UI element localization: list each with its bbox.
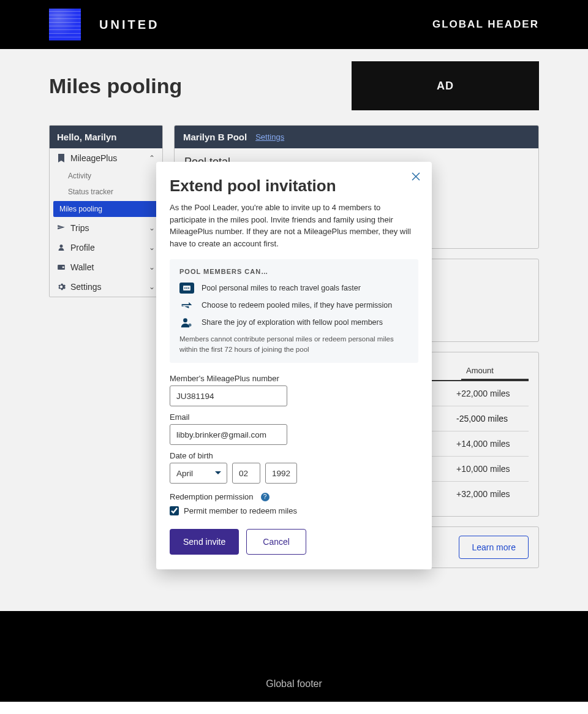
benefit-text: Share the joy of exploration with fellow… [202,318,383,327]
svg-point-4 [186,287,187,289]
permit-redeem-label: Permit member to redeem miles [184,506,297,515]
svg-point-7 [189,324,192,327]
permit-redeem-input[interactable] [170,506,179,515]
permit-redeem-checkbox[interactable]: Permit member to redeem miles [170,506,418,515]
email-label: Email [170,412,418,422]
help-icon[interactable]: ? [261,493,270,501]
dob-month-select[interactable]: April [170,463,227,484]
modal-intro: As the Pool Leader, you're able to invit… [170,202,418,249]
svg-point-3 [184,287,186,289]
benefit-item: Pool personal miles to reach travel goal… [179,283,409,294]
cancel-button[interactable]: Cancel [246,529,306,555]
svg-point-6 [183,318,187,322]
card-icon [179,283,194,294]
invite-modal: Extend pool invitation As the Pool Leade… [156,162,432,569]
dob-day-input[interactable] [232,463,260,484]
svg-point-5 [188,287,189,289]
redemption-permission-label: Redemption permission ? [170,492,418,501]
benefits-heading: POOL MEMBERS CAN… [179,268,409,275]
dob-row: April [170,463,418,484]
modal-title: Extend pool invitation [170,177,418,196]
mp-number-label: Member's MileagePlus number [170,374,418,383]
dob-year-input[interactable] [265,463,297,484]
mp-number-input[interactable] [170,385,287,406]
dob-label: Date of birth [170,451,418,460]
benefits-disclaimer: Members cannot contribute personal miles… [179,334,409,354]
email-input[interactable] [170,424,287,445]
benefit-item: Choose to redeem pooled miles, if they h… [179,300,409,311]
plane-icon [179,300,194,311]
benefits-panel: POOL MEMBERS CAN… Pool personal miles to… [170,259,418,363]
send-invite-button[interactable]: Send invite [170,529,239,555]
people-icon [179,317,194,328]
benefit-text: Choose to redeem pooled miles, if they h… [202,301,392,310]
benefit-item: Share the joy of exploration with fellow… [179,317,409,328]
benefit-text: Pool personal miles to reach travel goal… [202,284,361,292]
close-icon[interactable] [411,172,421,184]
